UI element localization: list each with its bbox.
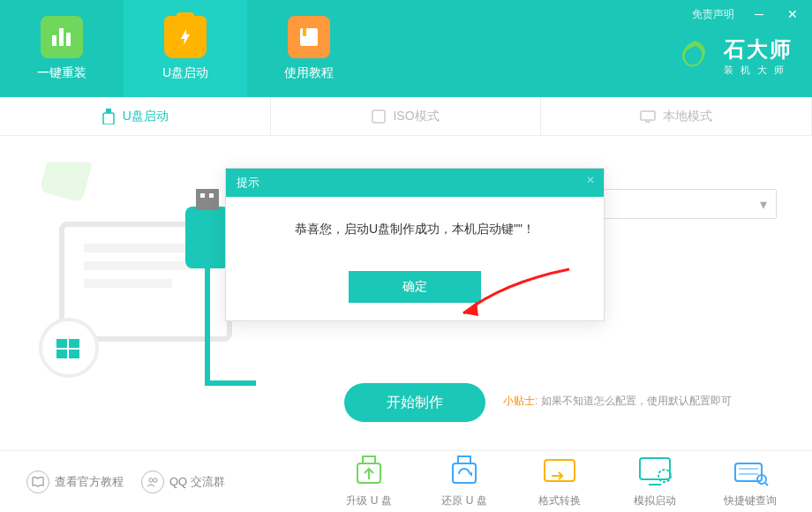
- svg-rect-26: [363, 456, 375, 463]
- svg-rect-28: [458, 456, 470, 463]
- brand: 石大师 装机大师: [678, 35, 793, 77]
- people-icon: [141, 471, 164, 493]
- svg-rect-16: [196, 189, 219, 210]
- usb-icon: [102, 109, 116, 124]
- mode-tab-usb[interactable]: U盘启动: [0, 97, 271, 135]
- brand-name: 石大师: [724, 35, 793, 64]
- svg-rect-15: [185, 207, 229, 268]
- book-icon: [288, 16, 330, 58]
- action-label: 格式转换: [538, 493, 581, 508]
- svg-point-25: [154, 478, 157, 481]
- shield-bolt-icon: [164, 16, 207, 58]
- svg-rect-6: [103, 113, 114, 124]
- iso-icon: [372, 109, 386, 124]
- header-tab-label: 使用教程: [284, 65, 334, 81]
- mode-tab-iso[interactable]: ISO模式: [271, 97, 542, 135]
- footer: 查看官方教程 QQ 交流群 升级 U 盘 还原 U 盘 格式转换 模拟启动 快捷…: [0, 450, 812, 512]
- svg-rect-2: [66, 33, 71, 46]
- svg-rect-10: [39, 162, 93, 203]
- footer-qq-link[interactable]: QQ 交流群: [141, 471, 225, 493]
- keyboard-search-icon: [732, 455, 769, 488]
- footer-link-label: 查看官方教程: [55, 474, 124, 490]
- action-label: 还原 U 盘: [441, 493, 486, 508]
- mode-tabs: U盘启动 ISO模式 本地模式: [0, 97, 812, 136]
- svg-rect-23: [69, 350, 79, 358]
- minimize-button[interactable]: ─: [750, 5, 768, 23]
- svg-rect-14: [84, 279, 172, 288]
- footer-tutorial-link[interactable]: 查看官方教程: [26, 471, 124, 493]
- disclaimer-link[interactable]: 免责声明: [692, 7, 734, 22]
- convert-icon: [541, 455, 578, 488]
- svg-rect-31: [640, 458, 670, 479]
- dialog-message: 恭喜您，启动U盘制作成功，本机启动键""！: [244, 222, 586, 237]
- action-upgrade-usb[interactable]: 升级 U 盘: [334, 455, 404, 508]
- svg-rect-8: [641, 111, 655, 120]
- brand-sub: 装机大师: [724, 64, 793, 77]
- dialog-header: 提示 ✕: [226, 169, 604, 197]
- header-tab-usb-boot[interactable]: U盘启动: [124, 0, 247, 97]
- svg-rect-1: [59, 28, 64, 46]
- window-controls: 免责声明 ─ ✕: [681, 0, 812, 28]
- svg-point-24: [149, 478, 153, 481]
- header-tab-label: U盘启动: [162, 65, 208, 81]
- svg-rect-21: [69, 339, 79, 348]
- mode-tab-label: ISO模式: [393, 109, 439, 124]
- dialog-title: 提示: [237, 175, 259, 191]
- chevron-down-icon: ▾: [760, 196, 767, 213]
- dialog-ok-button[interactable]: 确定: [349, 271, 481, 303]
- bar-chart-icon: [41, 16, 83, 58]
- start-make-button[interactable]: 开始制作: [344, 383, 485, 422]
- action-label: 升级 U 盘: [346, 493, 391, 508]
- svg-rect-4: [303, 28, 306, 36]
- svg-rect-17: [200, 193, 205, 198]
- svg-rect-18: [209, 193, 214, 198]
- dialog-close-button[interactable]: ✕: [586, 174, 595, 186]
- action-simulate-boot[interactable]: 模拟启动: [620, 455, 690, 508]
- action-format-convert[interactable]: 格式转换: [524, 455, 595, 508]
- svg-rect-7: [372, 110, 385, 123]
- svg-rect-0: [52, 35, 56, 46]
- usb-sync-icon: [446, 455, 483, 488]
- svg-rect-22: [56, 350, 67, 358]
- monitor-play-icon: [636, 455, 673, 488]
- mode-tab-local[interactable]: 本地模式: [541, 97, 812, 135]
- success-dialog: 提示 ✕ 恭喜您，启动U盘制作成功，本机启动键""！ 确定: [225, 168, 605, 321]
- action-restore-usb[interactable]: 还原 U 盘: [429, 455, 500, 508]
- action-hotkey-lookup[interactable]: 快捷键查询: [715, 455, 786, 508]
- book-open-icon: [26, 471, 49, 493]
- monitor-icon: [640, 110, 656, 123]
- tip-text: 小贴士: 如果不知道怎么配置，使用默认配置即可: [503, 394, 732, 409]
- tip-label: 小贴士:: [503, 395, 538, 407]
- footer-link-label: QQ 交流群: [169, 474, 225, 490]
- svg-rect-29: [453, 463, 476, 483]
- header-tab-tutorial[interactable]: 使用教程: [247, 0, 371, 97]
- usb-up-icon: [350, 455, 387, 488]
- brand-logo-icon: [678, 39, 713, 74]
- action-label: 快捷键查询: [724, 493, 777, 508]
- svg-rect-20: [56, 339, 67, 348]
- mode-tab-label: 本地模式: [663, 109, 712, 124]
- action-label: 模拟启动: [634, 493, 676, 508]
- close-button[interactable]: ✕: [784, 5, 801, 23]
- tip-body: 如果不知道怎么配置，使用默认配置即可: [541, 395, 732, 407]
- header-tab-reinstall[interactable]: 一键重装: [0, 0, 124, 97]
- app-header: 一键重装 U盘启动 使用教程 免责声明 ─ ✕ 石大师 装机大师: [0, 0, 812, 97]
- mode-tab-label: U盘启动: [123, 109, 169, 124]
- svg-line-38: [765, 483, 768, 486]
- header-tab-label: 一键重装: [37, 65, 86, 81]
